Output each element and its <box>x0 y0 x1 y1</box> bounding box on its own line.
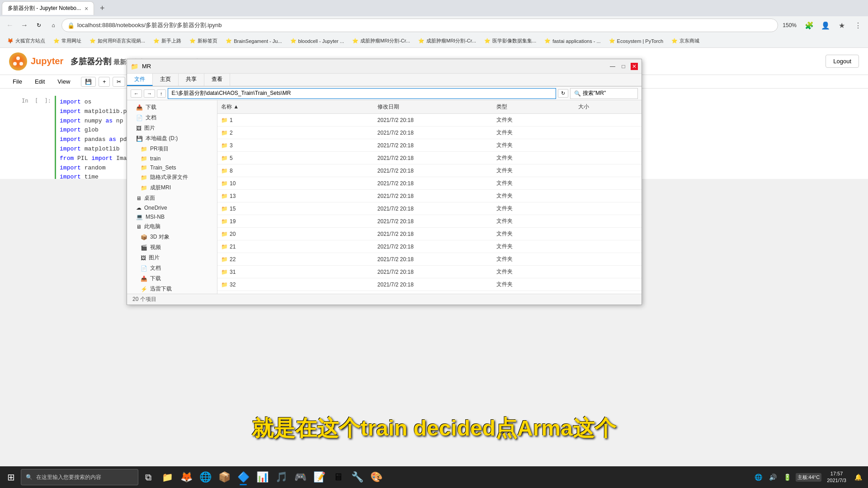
sidebar-item-thunder[interactable]: ⚡ 迅雷下载 <box>127 284 217 294</box>
profile-icon[interactable]: 👤 <box>819 19 832 32</box>
table-row[interactable]: 📁15 2021/7/2 20:18 文件夹 <box>217 202 642 215</box>
maximize-button[interactable]: □ <box>620 63 627 70</box>
tab-home[interactable]: 主页 <box>153 74 179 86</box>
bookmark-item[interactable]: ⭐ 医学影像数据集集... <box>481 37 540 45</box>
volume-icon[interactable]: 🔊 <box>767 468 779 486</box>
sidebar-item-docs2[interactable]: 📄 文档 <box>127 263 217 273</box>
col-type[interactable]: 类型 <box>493 102 575 112</box>
fe-refresh-button[interactable]: ↻ <box>558 89 568 98</box>
browser-button[interactable]: 🌐 <box>196 468 214 486</box>
sidebar-item-downloads[interactable]: 📥 下载 <box>127 102 217 113</box>
forward-button[interactable]: → <box>18 19 31 32</box>
menu-edit[interactable]: Edit <box>29 76 50 87</box>
back-button[interactable]: ← <box>4 19 16 32</box>
table-row[interactable]: 📁21 2021/7/2 20:18 文件夹 <box>217 240 642 253</box>
sidebar-item-documents[interactable]: 📄 文档 <box>127 113 217 123</box>
table-row[interactable]: 📁20 2021/7/2 20:18 文件夹 <box>217 228 642 240</box>
app-button-5[interactable]: 📝 <box>310 468 328 486</box>
sidebar-item-video[interactable]: 🎬 视频 <box>127 242 217 253</box>
refresh-button[interactable]: ↻ <box>33 19 45 32</box>
bookmark-item[interactable]: ⭐ BrainSegament - Ju... <box>222 37 285 45</box>
table-row[interactable]: 📁31 2021/7/2 20:18 文件夹 <box>217 266 642 278</box>
menu-file[interactable]: File <box>7 76 28 87</box>
fe-search-box[interactable]: 🔍 搜索"MR" <box>570 88 638 99</box>
bookmark-item[interactable]: ⭐ 常用网址 <box>50 37 85 45</box>
fe-forward-button[interactable]: → <box>144 89 155 98</box>
table-row[interactable]: 📁22 2021/7/2 20:18 文件夹 <box>217 253 642 266</box>
fe-up-button[interactable]: ↑ <box>157 89 166 98</box>
tab-close-button[interactable]: × <box>85 5 88 12</box>
battery-icon[interactable]: 🔋 <box>781 468 794 486</box>
app-button-6[interactable]: 🖥 <box>329 468 347 486</box>
app-button-1[interactable]: 📦 <box>215 468 233 486</box>
active-tab[interactable]: 多脏器分割 - Jupyter Notebo... × <box>2 1 94 15</box>
app-button-active[interactable]: 🔷 <box>234 468 252 486</box>
table-row[interactable]: 📁3 2021/7/2 20:18 文件夹 <box>217 139 642 152</box>
bookmark-item[interactable]: ⭐ 如何用R语言实现炳... <box>86 37 149 45</box>
sidebar-item-pr[interactable]: 📁 PR项目 <box>127 144 217 154</box>
logout-button[interactable]: Logout <box>826 55 859 68</box>
bookmark-item[interactable]: ⭐ 成脏肿瘤MRI分割-Cr... <box>349 37 414 45</box>
col-size[interactable]: 大小 <box>575 102 642 112</box>
table-row[interactable]: 📁5 2021/7/2 20:18 文件夹 <box>217 152 642 164</box>
tab-file[interactable]: 文件 <box>127 74 153 86</box>
table-row[interactable]: 📁19 2021/7/2 20:18 文件夹 <box>217 215 642 228</box>
sidebar-item-drive-d[interactable]: 💾 本地磁盘 (D:) <box>127 133 217 144</box>
bookmark-item[interactable]: ⭐ 新手上路 <box>150 37 185 45</box>
fe-address-box[interactable]: E:\多脏器分割\data\CHAOS_Train\Train_Sets\MR <box>168 88 557 99</box>
address-bar[interactable]: 🔒 localhost:8888/notebooks/多脏器分割/多脏器分割.i… <box>61 19 778 32</box>
menu-icon[interactable]: ⋮ <box>852 19 864 32</box>
firefox-button[interactable]: 🦊 <box>177 468 195 486</box>
cut-button[interactable]: ✂ <box>113 77 125 87</box>
table-row[interactable]: 📁10 2021/7/2 20:18 文件夹 <box>217 177 642 190</box>
favorites-icon[interactable]: ★ <box>835 19 848 32</box>
bookmark-item[interactable]: ⭐ fastai applications - ... <box>541 37 604 45</box>
menu-view[interactable]: View <box>52 76 75 87</box>
sidebar-item-images[interactable]: 🖼 图片 <box>127 253 217 263</box>
sidebar-item-msinb[interactable]: 💻 MSI-NB <box>127 212 217 221</box>
notifications-icon[interactable]: 🔔 <box>852 468 864 486</box>
bookmark-item[interactable]: ⭐ bloodcell - Jupyter ... <box>287 37 348 45</box>
extensions-icon[interactable]: 🧩 <box>803 19 816 32</box>
app-button-4[interactable]: 🎮 <box>291 468 309 486</box>
app-button-8[interactable]: 🎨 <box>367 468 385 486</box>
fe-back-button[interactable]: ← <box>131 89 142 98</box>
sidebar-item-train[interactable]: 📁 train <box>127 154 217 163</box>
start-button[interactable]: ⊞ <box>2 468 20 486</box>
app-button-7[interactable]: 🔧 <box>348 468 366 486</box>
col-date[interactable]: 修改日期 <box>374 102 493 112</box>
tab-share[interactable]: 共享 <box>179 74 204 86</box>
new-tab-button[interactable]: + <box>96 2 108 14</box>
sidebar-item-dl2[interactable]: 📥 下载 <box>127 273 217 284</box>
tab-view[interactable]: 查看 <box>204 74 230 86</box>
minimize-button[interactable]: — <box>609 63 616 70</box>
sidebar-item-recording[interactable]: 📁 隐格式录屏文件 <box>127 172 217 183</box>
sidebar-item-3d[interactable]: 📦 3D 对象 <box>127 232 217 242</box>
bookmark-item[interactable]: 🦊 火狐官方站点 <box>4 37 49 45</box>
table-row[interactable]: 📁32 2021/7/2 20:18 文件夹 <box>217 278 642 291</box>
app-button-3[interactable]: 🎵 <box>272 468 290 486</box>
sidebar-item-desktop[interactable]: 🖥 桌面 <box>127 193 217 203</box>
save-button[interactable]: 💾 <box>81 77 96 87</box>
network-icon[interactable]: 🌐 <box>752 468 765 486</box>
close-button[interactable]: ✕ <box>631 63 638 70</box>
sidebar-item-mri[interactable]: 📁 成脏MRI <box>127 183 217 193</box>
taskbar-search[interactable]: 🔍 在这里输入您要搜索的内容 <box>21 469 138 485</box>
table-row[interactable]: 📁2 2021/7/2 20:18 文件夹 <box>217 127 642 139</box>
bookmark-item[interactable]: ⭐ 新标签页 <box>186 37 221 45</box>
bookmark-item[interactable]: ⭐ 京东商城 <box>668 37 703 45</box>
add-cell-button[interactable]: + <box>99 77 110 87</box>
bookmark-item[interactable]: ⭐ Ecosystem | PyTorch <box>605 37 667 45</box>
table-row[interactable]: 📁1 2021/7/2 20:18 文件夹 <box>217 114 642 127</box>
col-name[interactable]: 名称 ▲ <box>217 102 374 112</box>
table-row[interactable]: 📁13 2021/7/2 20:18 文件夹 <box>217 190 642 202</box>
file-explorer-taskbar-button[interactable]: 📁 <box>158 468 176 486</box>
bookmark-item[interactable]: ⭐ 成脏肿瘤MRI分割-Cr... <box>415 37 480 45</box>
sidebar-item-pictures[interactable]: 🖼 图片 <box>127 123 217 133</box>
sidebar-item-trainsets[interactable]: 📁 Train_Sets <box>127 163 217 172</box>
sidebar-item-thispc[interactable]: 🖥 此电脑 <box>127 221 217 232</box>
app-button-2[interactable]: 📊 <box>253 468 271 486</box>
table-row[interactable]: 📁8 2021/7/2 20:18 文件夹 <box>217 164 642 177</box>
clock[interactable]: 17:57 2021/7/3 <box>823 470 850 484</box>
task-view-button[interactable]: ⧉ <box>139 468 157 486</box>
